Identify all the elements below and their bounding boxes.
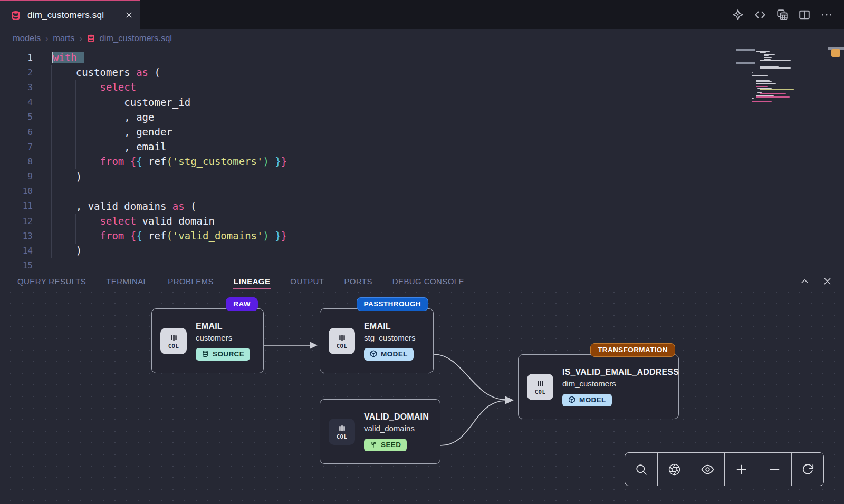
lineage-node-stg_customers[interactable]: PASSTHROUGHCOLEMAILstg_customersMODEL (320, 308, 434, 373)
code-text: , age (52, 110, 154, 124)
line-number: 7 (0, 142, 33, 152)
cube-icon (370, 350, 377, 357)
tab-close-button[interactable] (125, 11, 133, 19)
database-icon (11, 10, 21, 21)
code-line[interactable]: 1with (0, 50, 844, 65)
panel-tab-problems[interactable]: PROBLEMS (168, 270, 214, 292)
pill-label: SEED (381, 441, 401, 449)
column-icon (169, 333, 178, 342)
search-icon (635, 463, 648, 476)
minimap[interactable] (752, 49, 814, 133)
panel-tab-query-results[interactable]: QUERY RESULTS (17, 270, 86, 292)
code-text: select (52, 80, 136, 94)
node-column-name: EMAIL (196, 322, 250, 331)
maximize-panel-button[interactable] (800, 276, 810, 286)
panel-tabs: QUERY RESULTSTERMINALPROBLEMSLINEAGEOUTP… (0, 270, 464, 292)
panel-tab-output[interactable]: OUTPUT (290, 270, 324, 292)
code-line[interactable]: 10 (0, 184, 844, 199)
breadcrumb-item-file[interactable]: dim_customers.sql (87, 33, 172, 43)
code-line[interactable]: 11 , valid_domains as ( (0, 199, 844, 214)
app-window: dim_customers.sql models › marts › dim_c… (0, 0, 844, 504)
refresh-icon (801, 463, 814, 476)
pill-label: SOURCE (213, 350, 244, 358)
code-line[interactable]: 12 select valid_domain (0, 214, 844, 228)
zoom-out-button[interactable] (763, 453, 787, 486)
code-line[interactable]: 8 from {{ ref('stg_customers') }} (0, 154, 844, 169)
editor-tab[interactable]: dim_customers.sql (0, 0, 140, 29)
line-number: 8 (0, 157, 33, 167)
close-panel-button[interactable] (822, 276, 832, 286)
pill-label: MODEL (381, 350, 408, 358)
indent-guide (75, 214, 76, 244)
toolbar-group (791, 453, 823, 486)
toolbar-group (657, 453, 724, 486)
code-line[interactable]: 4 customer_id (0, 95, 844, 110)
code-editor[interactable]: 1with2 customers as (3 select4 customer_… (0, 47, 844, 270)
lineage-canvas[interactable]: RAWCOLEMAILcustomersSOURCEPASSTHROUGHCOL… (0, 292, 844, 504)
line-number: 6 (0, 127, 33, 137)
breadcrumb-item-marts[interactable]: marts (53, 33, 74, 43)
panel-tab-ports[interactable]: PORTS (344, 270, 372, 292)
panel-tab-lineage[interactable]: LINEAGE (234, 270, 270, 292)
node-column-name: VALID_DOMAIN (364, 412, 429, 422)
cube-icon (568, 396, 576, 403)
node-type-pill-seed: SEED (364, 439, 407, 451)
breadcrumb-separator: › (45, 34, 48, 43)
minimap-line (752, 101, 814, 102)
code-line[interactable]: 6 , gender (0, 124, 844, 139)
minimap-occurrence-marker (736, 49, 755, 51)
column-icon (338, 333, 347, 342)
pill-label: MODEL (579, 396, 606, 404)
lineage-node-valid_domains[interactable]: COLVALID_DOMAINvalid_domainsSEED (320, 399, 440, 464)
dbt-power-user-button[interactable] (729, 6, 747, 24)
refresh-lineage-button[interactable] (795, 453, 820, 486)
panel-tab-terminal[interactable]: TERMINAL (106, 270, 148, 292)
code-line[interactable]: 9 ) (0, 169, 844, 184)
indent-guide (75, 80, 76, 169)
code-line[interactable]: 2 customers as ( (0, 65, 844, 80)
code-text: ) (52, 243, 82, 258)
line-number: 12 (0, 216, 33, 226)
node-table-name: stg_customers (364, 333, 416, 342)
copy-table-button[interactable] (773, 6, 791, 24)
panel-actions (800, 276, 844, 286)
code-line[interactable]: 5 , age (0, 110, 844, 124)
column-chip: COL (329, 328, 355, 354)
code-line[interactable]: 13 from {{ ref('valid_domains') }} (0, 228, 844, 243)
node-badge-transformation: TRANSFORMATION (590, 343, 675, 357)
tab-bar: dim_customers.sql (0, 0, 844, 29)
chevron-up-icon (800, 276, 810, 286)
lineage-node-dim_customers[interactable]: TRANSFORMATIONCOLIS_VALID_EMAIL_ADDRESSd… (518, 354, 679, 419)
split-editor-button[interactable] (795, 6, 813, 24)
line-number: 11 (0, 201, 33, 211)
overview-ruler-marker (831, 49, 840, 57)
lineage-node-customers[interactable]: RAWCOLEMAILcustomersSOURCE (151, 308, 264, 373)
column-chip: COL (160, 328, 187, 354)
edge-stg-to-dim (434, 354, 505, 400)
lineage-focus-button[interactable] (663, 453, 687, 486)
zoom-in-button[interactable] (730, 453, 754, 486)
panel-tab-debug-console[interactable]: DEBUG CONSOLE (392, 270, 464, 292)
breadcrumb-item-models[interactable]: models (13, 33, 41, 43)
more-actions-button[interactable] (818, 6, 836, 24)
lineage-toolbar (625, 452, 824, 486)
line-number: 3 (0, 82, 33, 92)
column-chip-label: COL (337, 433, 347, 440)
code-text: , gender (52, 124, 172, 139)
toolbar-group (724, 453, 791, 486)
lineage-visibility-button[interactable] (696, 453, 720, 486)
titlebar-actions (729, 0, 844, 29)
code-line[interactable]: 7 , email (0, 139, 844, 154)
breadcrumb: models › marts › dim_customers.sql (0, 29, 844, 47)
code-line[interactable]: 14 ) (0, 243, 844, 258)
node-type-pill-model: MODEL (364, 348, 414, 361)
minimap-occurrence-marker (736, 62, 755, 64)
code-line[interactable]: 3 select (0, 80, 844, 94)
line-number: 13 (0, 231, 33, 241)
column-icon (338, 424, 347, 433)
compiled-code-button[interactable] (751, 6, 769, 24)
lineage-search-button[interactable] (629, 453, 654, 486)
toolbar-group (625, 453, 657, 486)
node-badge-passthrough: PASSTHROUGH (357, 297, 428, 311)
code-line[interactable]: 15 (0, 258, 844, 270)
